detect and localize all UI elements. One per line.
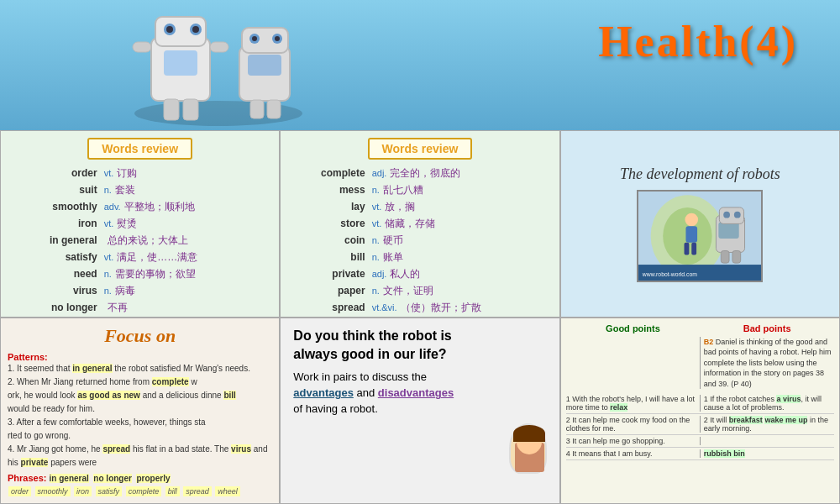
words-review-left: Words review order vt.订购 suit n.套装 smoot… [0,130,280,318]
focus-on: Focus on Patterns: 1. It seemed that in … [0,318,280,505]
word-table-1: order vt.订购 suit n.套装 smoothly adv.平整地；顺… [8,165,272,318]
word-row: need n.需要的事物；欲望 [8,265,272,282]
words-review-title-2: Words review [368,138,473,160]
svg-rect-11 [210,42,228,52]
word-chinese: vt.储藏，存储 [369,215,553,232]
word-chinese: 总的来说；大体上 [101,232,273,249]
discuss-footer: of having a robot. [293,402,546,415]
svg-point-31 [685,213,699,226]
patterns-label: Patterns: [8,352,48,362]
svg-rect-29 [722,250,730,263]
word-english: suit [8,181,101,198]
word-row: in general 总的来说；大体上 [8,232,272,249]
svg-point-28 [734,212,741,218]
bad-cell: 1 If the robot catches a virus, it will … [701,395,834,412]
svg-rect-19 [250,100,264,118]
svg-rect-34 [692,243,697,255]
word-chinese: n.硬币 [369,232,553,249]
word-row: smoothly adv.平整地；顺利地 [8,198,272,215]
focus-on-heading: Focus on [104,325,176,346]
word-english: complete [287,165,368,181]
advantages-link[interactable]: advantages [293,386,354,399]
word-english: paper [287,282,368,299]
word-english: in general [8,232,101,249]
word-english: store [287,215,368,232]
girl-avatar [509,423,547,474]
svg-rect-8 [164,99,179,120]
svg-rect-32 [686,226,698,242]
good-bad-row: 1 With the robot's help, I will have a l… [566,393,834,414]
word-english: iron [8,215,101,232]
good-cell: 4 It means that I am busy. [566,449,701,458]
b2-row: B2 Daniel is thinking of the good and ba… [566,337,834,390]
word-chinese: n.账单 [369,249,553,265]
disadvantages-link[interactable]: disadvantages [378,386,454,399]
phrases-label: Phrases: [8,473,46,483]
word-chinese: vt.&vi.（使）散开；扩散 [369,299,553,316]
bad-cell [701,437,834,445]
word-chinese: n.乱七八糟 [369,181,553,198]
pattern-item-3: 3. After a few comfortable weeks, howeve… [8,416,272,443]
bottom-section: Words review order vt.订购 suit n.套装 smoot… [0,130,840,504]
word-english: coin [287,232,368,249]
word-chinese: vt.熨烫 [101,215,273,232]
word-row: satisfy vt.满足，使……满意 [8,249,272,265]
good-cell: 3 It can help me go shopping. [566,437,701,445]
svg-point-7 [192,26,199,33]
good-cell: 2 It can help me cook my food on the clo… [566,416,701,433]
word-chinese: n.需要的事物；欲望 [101,265,273,282]
discuss-subtitle: Work in pairs to discuss the [293,370,546,383]
word-chinese: adj.私人的 [369,265,553,282]
svg-rect-13 [248,55,281,76]
pattern-item-2: 2. When Mr Jiang returned home from comp… [8,375,272,416]
svg-rect-9 [183,99,198,120]
word-chinese: adj.完全的，彻底的 [369,165,553,181]
word-chinese: 不再 [101,299,273,316]
word-chinese: n.套装 [101,181,273,198]
svg-point-18 [275,36,280,41]
word-chinese: n.病毒 [101,282,273,299]
word-row: store vt.储藏，存储 [287,215,552,232]
bad-cell: rubbish bin [701,449,834,458]
word-row: order vt.订购 [8,165,272,181]
word-table-2: complete adj.完全的，彻底的 mess n.乱七八糟 lay vt.… [287,165,552,318]
word-english: virus [8,282,101,299]
word-row: lay vt.放，搁 [287,198,552,215]
bad-cell: 2 It will breakfast wake me up in the ea… [701,416,834,433]
page-title: Health(4) [598,17,798,66]
word-english: bill [287,249,368,265]
svg-point-17 [252,36,257,41]
bad-points-header: Bad points [700,323,834,333]
words-review-right: Words review complete adj.完全的，彻底的 mess n… [280,130,559,318]
word-highlights: order smoothly iron satisfy complete bil… [8,486,272,497]
word-row: suit n.套装 [8,181,272,198]
svg-point-27 [724,212,731,218]
word-chinese: adv.平整地；顺利地 [101,198,273,215]
good-bad-header: Good points Bad points [566,323,834,333]
b2-main-text: Daniel is thinking of the good and bad p… [704,338,832,388]
words-review-title-1: Words review [87,138,192,160]
good-bad-row: 2 It can help me cook my food on the clo… [566,414,834,435]
word-chinese: vt.放，搁 [369,198,553,215]
word-chinese: n.文件，证明 [369,282,553,299]
phrases-content: in general no longer properly [50,474,171,483]
svg-rect-20 [267,100,281,118]
robot-scene-svg: www.robot-world.com [638,190,761,282]
word-english: mess [287,181,368,198]
discuss-and: and [357,386,375,399]
word-row: no longer 不再 [8,299,272,316]
word-row: virus n.病毒 [8,282,272,299]
pattern-item-1: 1. It seemed that in general the robot s… [8,362,272,375]
word-english: need [8,265,101,282]
good-bad-row: 4 It means that I am busy. rubbish bin [566,448,834,460]
word-row: complete adj.完全的，彻底的 [287,165,552,181]
phrases-section: Phrases: in general no longer properly [8,473,272,483]
svg-text:www.robot-world.com: www.robot-world.com [642,270,697,276]
pattern-item-4: 4. Mr Jiang got home, he spread his flat… [8,443,272,470]
word-row: iron vt.熨烫 [8,215,272,232]
word-english: no longer [8,299,101,316]
good-bad-section: Good points Bad points B2 Daniel is thin… [560,318,840,505]
good-cell: 1 With the robot's help, I will have a l… [566,395,701,412]
word-english: private [287,265,368,282]
word-row: paper n.文件，证明 [287,282,552,299]
